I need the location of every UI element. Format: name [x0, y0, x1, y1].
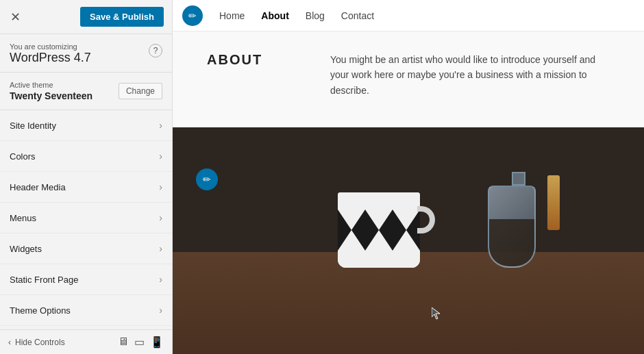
sidebar-item-colors[interactable]: Colors › — [0, 141, 172, 172]
active-theme-name: Twenty Seventeen — [10, 90, 92, 101]
mobile-icon[interactable]: 📱 — [150, 336, 164, 349]
customizer-panel: ✕ Save & Publish You are customizing Wor… — [0, 0, 173, 354]
nav-link-blog[interactable]: Blog — [306, 8, 325, 24]
menu-items-container: Site Identity › Colors › Header Media › … — [0, 110, 172, 329]
coffee-flask — [488, 172, 549, 268]
mug-handle — [417, 206, 435, 233]
hero-edit-icon[interactable]: ✏ — [196, 168, 218, 190]
help-icon[interactable]: ? — [149, 44, 162, 58]
save-publish-button[interactable]: Save & Publish — [80, 7, 164, 27]
preview-content: ABOUT You might be an artist who would l… — [173, 31, 644, 354]
active-theme-section: Active theme Twenty Seventeen Change — [0, 73, 172, 110]
coffee-scene: ✏ — [173, 127, 644, 354]
hero-image: ✏ — [173, 127, 644, 354]
preview-edit-icon[interactable]: ✏ — [182, 5, 203, 26]
customizing-label: You are customizing — [10, 42, 91, 51]
change-theme-button[interactable]: Change — [119, 83, 162, 99]
flask-liquid — [489, 219, 534, 267]
nav-link-contact[interactable]: Contact — [341, 8, 374, 24]
nav-link-home[interactable]: Home — [219, 8, 245, 24]
about-section: ABOUT You might be an artist who would l… — [173, 31, 644, 127]
sidebar-item-site-identity[interactable]: Site Identity › — [0, 110, 172, 141]
preview-nav: ✏ Home About Blog Contact — [173, 0, 644, 31]
sidebar-item-header-media[interactable]: Header Media › — [0, 172, 172, 203]
device-switcher: 🖥 ▭ 📱 — [118, 336, 164, 349]
chevron-right-icon: › — [159, 305, 162, 316]
preview-area: ✏ Home About Blog Contact ABOUT You migh… — [173, 0, 644, 354]
theme-options-label: Theme Options — [10, 305, 71, 316]
flask-body — [488, 186, 536, 268]
sidebar-item-static-front-page[interactable]: Static Front Page › — [0, 264, 172, 295]
chevron-right-icon: › — [159, 212, 162, 223]
customizing-section: You are customizing WordPress 4.7 ? — [0, 34, 172, 73]
flask-neck — [512, 172, 525, 186]
mug-body — [338, 192, 420, 268]
sidebar-item-widgets[interactable]: Widgets › — [0, 233, 172, 264]
site-identity-label: Site Identity — [10, 121, 56, 131]
cursor — [432, 307, 440, 320]
top-bar: ✕ Save & Publish — [0, 0, 172, 34]
chevron-right-icon: › — [159, 181, 162, 192]
colors-label: Colors — [10, 151, 36, 162]
widgets-label: Widgets — [10, 244, 42, 254]
arrow-left-icon: ‹ — [8, 338, 11, 347]
bottom-bar: ‹ Hide Controls 🖥 ▭ 📱 — [0, 329, 172, 354]
desktop-icon[interactable]: 🖥 — [118, 336, 129, 349]
mouse-cursor — [432, 307, 440, 320]
hide-controls-button[interactable]: ‹ Hide Controls — [8, 338, 65, 347]
active-theme-label: Active theme — [10, 81, 92, 89]
customizing-title: WordPress 4.7 — [10, 51, 91, 65]
svg-marker-6 — [432, 307, 440, 319]
chevron-right-icon: › — [159, 120, 162, 131]
static-front-page-label: Static Front Page — [10, 275, 78, 285]
chevron-right-icon: › — [159, 274, 162, 285]
header-media-label: Header Media — [10, 182, 66, 192]
hide-controls-label: Hide Controls — [15, 338, 65, 347]
chevron-right-icon: › — [159, 243, 162, 254]
tablet-icon[interactable]: ▭ — [134, 336, 145, 349]
flask-strap — [547, 175, 560, 230]
about-text: You might be an artist who would like to… — [330, 52, 604, 107]
mug-pattern — [338, 192, 420, 268]
nav-link-about[interactable]: About — [261, 8, 288, 24]
sidebar-item-menus[interactable]: Menus › — [0, 203, 172, 233]
sidebar-item-theme-options[interactable]: Theme Options › — [0, 295, 172, 326]
coffee-mug — [338, 192, 420, 268]
close-icon[interactable]: ✕ — [8, 10, 22, 24]
chevron-right-icon: › — [159, 151, 162, 162]
menus-label: Menus — [10, 213, 36, 223]
about-heading: ABOUT — [207, 52, 303, 107]
